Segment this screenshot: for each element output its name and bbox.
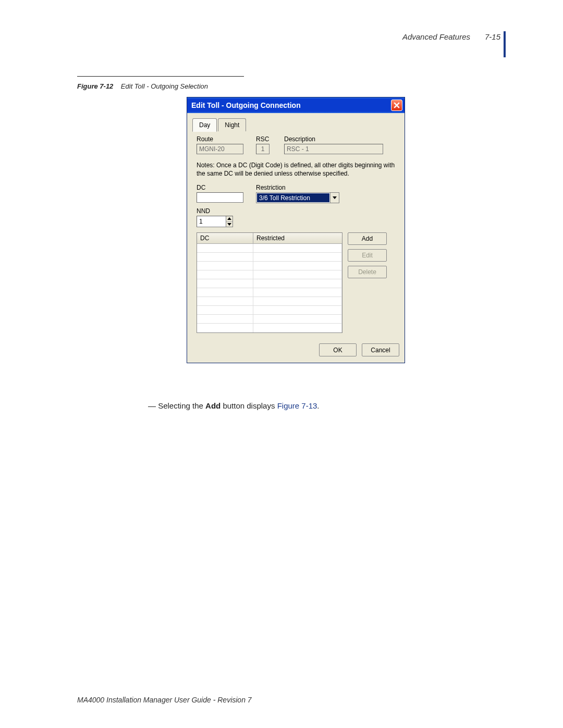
edit-toll-dialog: Edit Toll - Outgoing Connection Day Nigh… (187, 97, 405, 363)
dc-input[interactable] (197, 192, 243, 203)
tab-night[interactable]: Night (218, 118, 246, 131)
nnd-input[interactable] (197, 216, 226, 227)
figure-caption-text: Edit Toll - Outgoing Selection (121, 82, 208, 90)
chevron-down-icon[interactable] (330, 193, 339, 203)
body-prefix: — Selecting the (148, 401, 205, 410)
table-row[interactable] (197, 253, 342, 262)
tabs: Day Night (192, 118, 399, 131)
table-row[interactable] (197, 324, 342, 332)
table-row[interactable] (197, 288, 342, 297)
tab-day[interactable]: Day (192, 118, 217, 132)
table-row[interactable] (197, 315, 342, 324)
restriction-value: 3/6 Toll Restriction (257, 193, 329, 202)
table-row[interactable] (197, 262, 342, 270)
titlebar[interactable]: Edit Toll - Outgoing Connection (187, 97, 405, 113)
table-header: DC Restricted (197, 233, 342, 244)
dc-label: DC (197, 184, 249, 191)
header-page-number: 7-15 (485, 32, 500, 41)
page-footer: MA4000 Installation Manager User Guide -… (77, 696, 252, 704)
page-header: Advanced Features 7-15 (402, 32, 500, 41)
col-dc[interactable]: DC (197, 233, 253, 243)
route-label: Route (197, 135, 249, 143)
dc-table[interactable]: DC Restricted (197, 232, 342, 333)
table-row[interactable] (197, 270, 342, 279)
edit-button[interactable]: Edit (348, 249, 387, 262)
table-row[interactable] (197, 306, 342, 315)
body-suffix: . (317, 401, 319, 410)
description-input: RSC - 1 (284, 144, 383, 154)
table-row[interactable] (197, 297, 342, 306)
ok-button[interactable]: OK (319, 343, 357, 356)
dialog-body: Day Night Route MGNI-20 RSC 1 Descriptio… (187, 113, 405, 363)
figure-reference-link[interactable]: Figure 7-13 (277, 401, 317, 410)
close-icon (394, 102, 400, 108)
rsc-input: 1 (256, 144, 270, 154)
notes-text: Notes: Once a DC (Digit Code) is defined… (197, 162, 395, 178)
close-button[interactable] (391, 100, 402, 111)
spinner-up-icon[interactable] (226, 216, 232, 222)
figure-caption: Figure 7-12 Edit Toll - Outgoing Selecti… (77, 82, 208, 90)
body-mid: button displays (221, 401, 277, 410)
rsc-label: RSC (256, 135, 277, 143)
header-section: Advanced Features (402, 32, 470, 41)
header-rule (504, 31, 506, 57)
figure-label: Figure 7-12 (77, 82, 113, 90)
nnd-label: NND (197, 207, 233, 215)
cancel-button[interactable]: Cancel (362, 343, 399, 356)
body-text: — Selecting the Add button displays Figu… (148, 401, 320, 410)
description-label: Description (284, 135, 395, 143)
add-button[interactable]: Add (348, 232, 387, 245)
delete-button[interactable]: Delete (348, 266, 387, 278)
table-row[interactable] (197, 279, 342, 288)
route-input: MGNI-20 (197, 144, 243, 154)
restriction-select[interactable]: 3/6 Toll Restriction (256, 192, 339, 203)
nnd-spinner[interactable] (197, 216, 233, 227)
body-bold: Add (205, 401, 221, 410)
spinner-down-icon[interactable] (226, 222, 232, 227)
figure-rule (77, 76, 244, 77)
table-row[interactable] (197, 244, 342, 253)
titlebar-title: Edit Toll - Outgoing Connection (191, 101, 301, 109)
restriction-label: Restriction (256, 184, 339, 191)
col-restricted[interactable]: Restricted (253, 233, 342, 243)
